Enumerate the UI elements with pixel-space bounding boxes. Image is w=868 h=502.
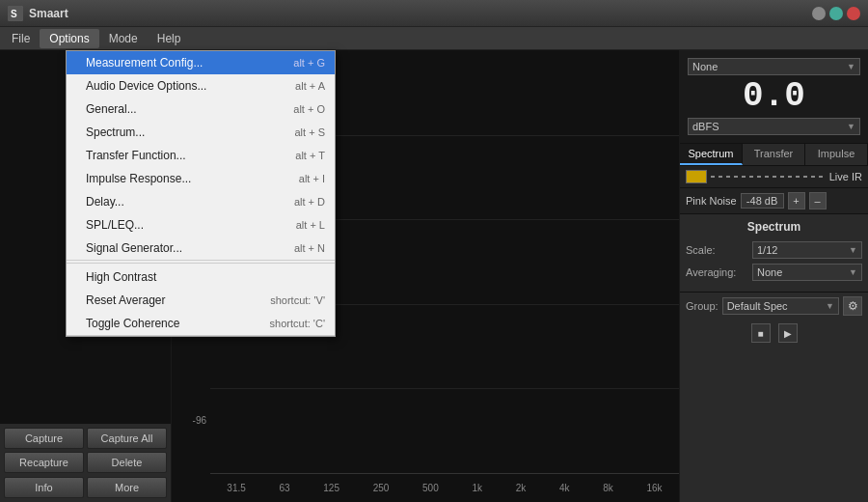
x-label-4: 250	[373, 483, 390, 493]
menu-item-shortcut: alt + N	[294, 242, 325, 254]
menu-item-label: Reset Averager	[86, 293, 166, 307]
right-panel: None ▼ 0.0 dBFS ▼ Spectrum Transfer Impu…	[680, 50, 868, 502]
close-button[interactable]	[847, 7, 860, 20]
menu-item-label: Signal Generator...	[86, 241, 182, 255]
menu-measurement-config[interactable]: Measurement Config... alt + G	[67, 51, 335, 74]
meter-unit-dropdown[interactable]: dBFS ▼	[688, 118, 860, 135]
menu-item-shortcut: alt + D	[294, 196, 325, 208]
color-swatch-live-ir[interactable]	[686, 170, 707, 183]
delete-button[interactable]: Delete	[87, 452, 167, 473]
menu-bar: File Options Mode Help	[0, 27, 868, 50]
menu-audio-device[interactable]: Audio Device Options... alt + A	[67, 74, 335, 98]
meter-unit-chevron: ▼	[847, 122, 855, 131]
scale-select[interactable]: 1/12 ▼	[752, 241, 862, 259]
menu-item-label: Toggle Coherence	[86, 317, 179, 330]
info-more-buttons: Info More	[0, 477, 171, 502]
menu-options[interactable]: Options	[40, 29, 98, 48]
tab-spectrum[interactable]: Spectrum	[680, 144, 743, 165]
live-ir-label: Live IR	[829, 171, 862, 182]
right-tabs: Spectrum Transfer Impulse	[680, 144, 868, 166]
x-label-8: 4k	[559, 483, 570, 493]
left-action-buttons: Capture Capture All Recapture Delete	[0, 424, 171, 477]
window-controls	[812, 7, 860, 20]
minimize-button[interactable]	[812, 7, 826, 20]
group-select[interactable]: Default Spec ▼	[722, 297, 839, 315]
menu-mode[interactable]: Mode	[99, 29, 148, 48]
menu-file[interactable]: File	[2, 29, 40, 48]
menu-item-label: General...	[86, 102, 137, 116]
meter-source-value: None	[692, 61, 718, 72]
tab-impulse[interactable]: Impulse	[805, 144, 868, 165]
meter-value: 0.0	[688, 79, 860, 114]
menu-high-contrast[interactable]: High Contrast	[67, 265, 335, 289]
menu-impulse-response[interactable]: Impulse Response... alt + I	[67, 167, 335, 190]
x-label-5: 500	[422, 483, 439, 493]
tab-transfer[interactable]: Transfer	[743, 144, 805, 165]
info-button[interactable]: Info	[4, 477, 84, 498]
y-label-4: -96	[193, 415, 206, 426]
maximize-button[interactable]	[829, 7, 843, 20]
menu-toggle-coherence[interactable]: Toggle Coherence shortcut: 'C'	[67, 312, 335, 335]
live-ir-row: Live IR	[680, 166, 868, 188]
gear-icon: ⚙	[848, 299, 858, 313]
menu-signal-generator[interactable]: Signal Generator... alt + N	[67, 237, 335, 260]
averaging-chevron: ▼	[849, 267, 857, 277]
menu-item-shortcut: alt + G	[293, 57, 325, 69]
scale-label: Scale:	[686, 244, 748, 256]
menu-help[interactable]: Help	[148, 29, 191, 48]
meter-source-dropdown[interactable]: None ▼	[688, 58, 860, 75]
gear-button[interactable]: ⚙	[843, 296, 862, 316]
menu-item-shortcut: alt + A	[295, 80, 325, 92]
pink-noise-plus-button[interactable]: +	[788, 192, 805, 209]
menu-item-shortcut: alt + I	[299, 173, 325, 184]
menu-separator	[67, 263, 335, 264]
window-title: Smaart	[29, 7, 812, 20]
averaging-value: None	[757, 266, 782, 278]
group-row: Group: Default Spec ▼ ⚙	[680, 292, 868, 320]
menu-item-shortcut: alt + L	[296, 219, 325, 231]
x-axis: 31.5 63 125 250 500 1k 2k 4k 8k 16k	[210, 473, 679, 502]
capture-all-button[interactable]: Capture All	[87, 428, 167, 449]
menu-item-shortcut: alt + T	[295, 150, 325, 161]
menu-transfer-function[interactable]: Transfer Function... alt + T	[67, 144, 335, 167]
averaging-select[interactable]: None ▼	[752, 264, 862, 281]
averaging-label: Averaging:	[686, 266, 748, 278]
menu-item-shortcut: shortcut: 'C'	[270, 318, 325, 329]
scale-chevron: ▼	[849, 245, 857, 255]
pink-noise-minus-button[interactable]: –	[809, 192, 827, 209]
recapture-button[interactable]: Recapture	[4, 452, 84, 473]
menu-item-label: Measurement Config...	[86, 56, 203, 70]
title-bar: S Smaart	[0, 0, 868, 27]
x-label-3: 125	[323, 483, 339, 493]
more-button[interactable]: More	[87, 477, 167, 498]
menu-group-1: Measurement Config... alt + G Audio Devi…	[67, 51, 335, 261]
spectrum-section-title: Spectrum	[686, 220, 862, 234]
pink-noise-row: Pink Noise -48 dB + –	[680, 188, 868, 214]
meter-display: None ▼ 0.0 dBFS ▼	[680, 50, 868, 144]
group-label: Group:	[686, 300, 719, 312]
play-button[interactable]: ▶	[778, 323, 798, 343]
grid-line-4	[210, 388, 679, 389]
menu-reset-averager[interactable]: Reset Averager shortcut: 'V'	[67, 289, 335, 312]
stop-button[interactable]: ■	[751, 323, 771, 343]
group-value: Default Spec	[727, 300, 788, 312]
capture-button[interactable]: Capture	[4, 428, 84, 449]
menu-item-label: Audio Device Options...	[86, 79, 206, 93]
menu-delay[interactable]: Delay... alt + D	[67, 190, 335, 213]
menu-item-label: High Contrast	[86, 270, 156, 284]
transport-row: ■ ▶	[680, 320, 868, 347]
app-icon: S	[8, 6, 23, 21]
menu-item-label: Delay...	[86, 195, 124, 209]
menu-item-label: Impulse Response...	[86, 172, 191, 185]
menu-item-label: Spectrum...	[86, 126, 145, 139]
menu-item-shortcut: shortcut: 'V'	[270, 294, 325, 306]
menu-spl-leq[interactable]: SPL/LEQ... alt + L	[67, 213, 335, 237]
x-label-10: 16k	[646, 483, 662, 493]
options-dropdown-menu: Measurement Config... alt + G Audio Devi…	[66, 50, 336, 337]
menu-general[interactable]: General... alt + O	[67, 98, 335, 121]
menu-spectrum[interactable]: Spectrum... alt + S	[67, 121, 335, 144]
x-label-9: 8k	[603, 483, 613, 493]
menu-item-shortcut: alt + S	[295, 126, 326, 138]
meter-unit-value: dBFS	[692, 121, 719, 132]
menu-item-shortcut: alt + O	[293, 103, 325, 115]
